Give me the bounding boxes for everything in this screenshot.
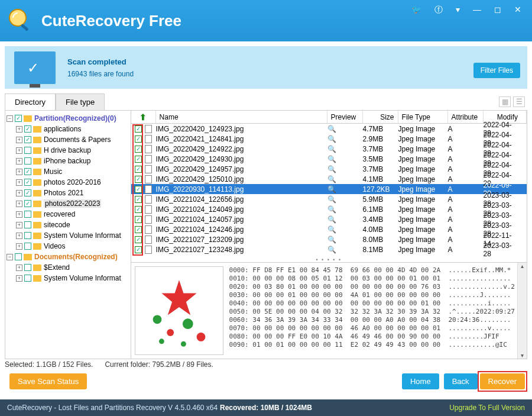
file-checkbox[interactable] (135, 246, 142, 253)
col-size[interactable]: Size (363, 111, 398, 123)
tree-checkbox[interactable] (24, 243, 31, 250)
file-checkbox[interactable] (135, 166, 142, 173)
file-row[interactable]: IMG_20220429_124930.jpg🔍3.5MBJpeg ImageA… (131, 154, 527, 164)
file-checkbox[interactable] (135, 186, 142, 193)
menu-icon[interactable]: ▾ (456, 5, 460, 15)
file-row[interactable]: IMG_20221024_124049.jpg🔍6.1MBJpeg ImageA… (131, 204, 527, 214)
splitter[interactable]: • • • • • (131, 257, 527, 262)
preview-icon[interactable]: 🔍 (327, 215, 336, 224)
file-checkbox[interactable] (135, 146, 142, 153)
home-button[interactable]: Home (402, 373, 439, 389)
documents-checkbox[interactable] (15, 253, 22, 260)
preview-icon[interactable]: 🔍 (327, 225, 336, 234)
file-row[interactable]: IMG_20221024_124057.jpg🔍3.4MBJpeg ImageA… (131, 214, 527, 224)
twitter-icon[interactable]: 🐦 (411, 5, 421, 15)
preview-icon[interactable]: 🔍 (327, 246, 336, 254)
file-checkbox[interactable] (135, 226, 142, 233)
preview-icon[interactable]: 🔍 (327, 155, 336, 163)
preview-icon[interactable]: 🔍 (327, 165, 336, 173)
col-attr[interactable]: Attribute (448, 111, 484, 123)
tree-item-label[interactable]: Photos 2021 (44, 189, 83, 197)
maximize-icon[interactable]: ◻ (494, 5, 501, 15)
expand-icon[interactable]: + (16, 126, 22, 133)
tree-item-label[interactable]: sitecode (44, 221, 70, 229)
scrollbar[interactable]: ▴▾ (517, 263, 527, 359)
file-checkbox[interactable] (135, 236, 142, 243)
file-checkbox[interactable] (135, 136, 142, 143)
expand-icon[interactable]: + (16, 211, 22, 218)
expand-icon[interactable]: + (16, 158, 22, 165)
expand-icon[interactable]: + (16, 169, 22, 175)
file-row[interactable]: IMG_20221024_122656.jpg🔍5.9MBJpeg ImageA… (131, 194, 527, 204)
tab-directory[interactable]: Directory (5, 93, 56, 110)
tree-item-label[interactable]: photos 2020-2016 (44, 178, 101, 186)
preview-icon[interactable]: 🔍 (327, 205, 336, 214)
tree-item-label[interactable]: Documents & Papers (44, 136, 111, 144)
preview-icon[interactable]: 🔍 (327, 195, 336, 204)
tree-checkbox[interactable] (24, 211, 31, 218)
expand-icon[interactable]: + (16, 222, 22, 228)
tree-checkbox[interactable] (24, 275, 31, 282)
expand-icon[interactable]: + (16, 179, 22, 186)
directory-tree[interactable]: − Partition(Recognized)(0) +applications… (5, 111, 131, 359)
tree-item-label[interactable]: System Volume Informat (44, 274, 121, 282)
expand-icon[interactable]: + (16, 137, 22, 143)
preview-icon[interactable]: 🔍 (327, 185, 336, 194)
tree-item-label[interactable]: Music (44, 167, 62, 176)
file-row[interactable]: IMG_20220429_124957.jpg🔍3.7MBJpeg ImageA… (131, 164, 527, 174)
expand-icon[interactable]: + (16, 275, 22, 282)
preview-icon[interactable]: 🔍 (327, 135, 336, 143)
list-view-icon[interactable]: ☰ (513, 96, 525, 107)
file-row[interactable]: IMG_20220930_114113.jpg🔍127.2KBJpeg Imag… (131, 184, 527, 194)
file-row[interactable]: IMG_20220429_124922.jpg🔍3.7MBJpeg ImageA… (131, 144, 527, 154)
preview-icon[interactable]: 🔍 (327, 175, 336, 183)
preview-icon[interactable]: 🔍 (327, 145, 336, 153)
filter-files-button[interactable]: Filter Files (473, 63, 520, 78)
facebook-icon[interactable]: ⓕ (434, 5, 443, 15)
recover-button[interactable]: Recover (480, 373, 525, 389)
tab-filetype[interactable]: File type (56, 93, 105, 110)
file-checkbox[interactable] (135, 216, 142, 223)
minimize-icon[interactable]: — (473, 5, 481, 15)
tree-item-label[interactable]: photos2022-2023 (44, 199, 101, 208)
tree-checkbox[interactable] (24, 189, 31, 196)
expand-icon[interactable]: + (16, 265, 22, 271)
tree-checkbox[interactable] (24, 147, 31, 154)
file-row[interactable]: IMG_20221024_124246.jpg🔍4.0MBJpeg ImageA… (131, 224, 527, 234)
file-checkbox[interactable] (135, 176, 142, 183)
file-row[interactable]: IMG_20220421_124841.jpg🔍2.9MBJpeg ImageA… (131, 134, 527, 144)
tree-item-label[interactable]: iPhone backup (44, 157, 90, 165)
tree-checkbox[interactable] (24, 200, 31, 207)
preview-icon[interactable]: 🔍 (327, 125, 336, 133)
file-row[interactable]: IMG_20221027_123248.jpg🔍8.1MBJpeg ImageA… (131, 244, 527, 254)
tree-checkbox[interactable] (24, 232, 31, 239)
tree-checkbox[interactable] (24, 157, 31, 165)
tree-item-label[interactable]: applications (44, 125, 81, 133)
file-checkbox[interactable] (135, 156, 142, 163)
col-name[interactable]: Name (156, 111, 327, 123)
partition-label[interactable]: Partition(Recognized)(0) (34, 114, 116, 122)
col-preview[interactable]: Preview (327, 111, 363, 123)
file-row[interactable]: IMG_20220429_125010.jpg🔍4.1MBJpeg ImageA… (131, 174, 527, 184)
file-checkbox[interactable] (135, 206, 142, 213)
collapse-icon[interactable]: − (7, 254, 13, 260)
close-icon[interactable]: ✕ (514, 5, 521, 15)
partition-checkbox[interactable] (15, 115, 22, 122)
tree-item-label[interactable]: H drive backup (44, 146, 91, 154)
expand-icon[interactable]: + (16, 233, 22, 239)
collapse-icon[interactable]: − (7, 115, 13, 122)
expand-icon[interactable]: + (16, 190, 22, 196)
tree-checkbox[interactable] (24, 136, 31, 143)
tree-item-label[interactable]: System Volume Informat (44, 231, 121, 240)
col-type[interactable]: File Type (398, 111, 448, 123)
preview-icon[interactable]: 🔍 (327, 236, 336, 244)
expand-icon[interactable]: + (16, 243, 22, 250)
upgrade-link[interactable]: Upgrade To Full Version (449, 404, 525, 412)
file-row[interactable]: IMG_20220420_124923.jpg🔍4.7MBJpeg ImageA… (131, 124, 527, 134)
tree-checkbox[interactable] (24, 179, 31, 186)
back-button[interactable]: Back (444, 373, 478, 389)
file-checkbox[interactable] (135, 125, 142, 133)
tree-item-label[interactable]: Videos (44, 242, 65, 250)
save-scan-button[interactable]: Save Scan Status (9, 373, 87, 389)
tree-checkbox[interactable] (24, 125, 31, 133)
